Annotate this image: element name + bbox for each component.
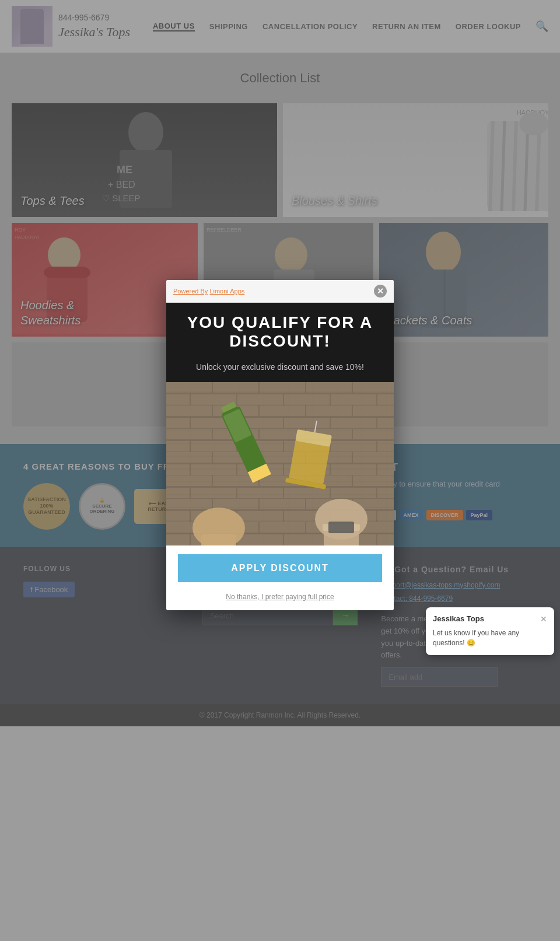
popup-subtext: Unlock your exclusive discount and save …	[166, 361, 394, 382]
svg-rect-47	[328, 522, 354, 533]
chat-message-text: Let us know if you have any questions! 😊	[433, 628, 547, 648]
popup-decline: No thanks, I prefer paying full price	[166, 591, 394, 610]
popup-image	[166, 382, 394, 545]
popup-header: Powered By Limoni Apps ✕	[166, 280, 394, 303]
chat-close-icon[interactable]: ✕	[540, 614, 547, 624]
svg-rect-43	[201, 534, 236, 545]
popup-headline: YOU QUALIFY FOR A DISCOUNT!	[166, 303, 394, 361]
chat-widget: Jessikas Tops ✕ Let us know if you have …	[426, 607, 554, 655]
apply-discount-button[interactable]: APPLY DISCOUNT	[178, 554, 382, 582]
chat-header: Jessikas Tops ✕	[433, 614, 547, 624]
decline-link[interactable]: No thanks, I prefer paying full price	[226, 593, 334, 601]
popup-close-button[interactable]: ✕	[374, 285, 387, 298]
powered-by-text: Powered By Limoni Apps	[173, 288, 244, 295]
chat-brand-name: Jessikas Tops	[433, 614, 484, 623]
discount-popup: Powered By Limoni Apps ✕ YOU QUALIFY FOR…	[166, 280, 394, 610]
